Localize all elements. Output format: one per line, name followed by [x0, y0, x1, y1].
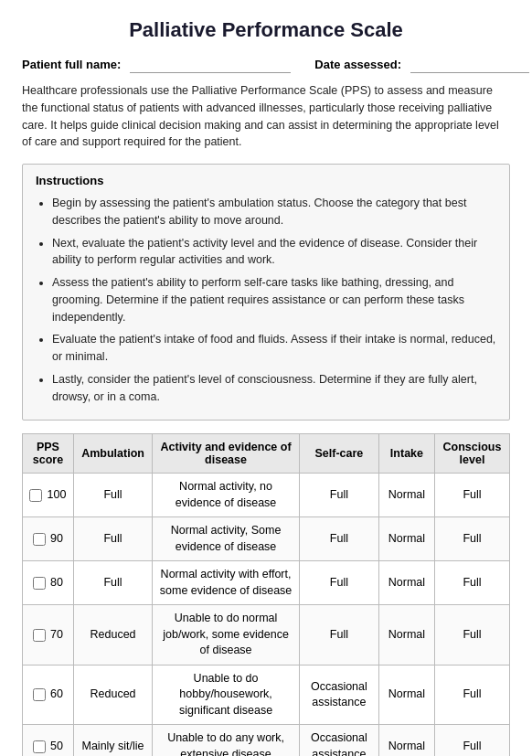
instructions-box: Instructions Begin by assessing the pati… [22, 164, 510, 421]
score-number-1: 90 [50, 531, 63, 548]
score-number-5: 50 [50, 739, 63, 755]
score-checkbox-3[interactable] [33, 629, 46, 642]
cell-ambulation-3: Reduced [73, 605, 152, 665]
score-checkbox-1[interactable] [33, 533, 46, 546]
instruction-item-4: Lastly, consider the patient's level of … [52, 371, 496, 406]
cell-ambulation-1: Full [73, 517, 152, 561]
cell-intake-4: Normal [378, 665, 434, 725]
cell-selfcare-5: Occasional assistance [299, 725, 378, 756]
col-header-1: Ambulation [73, 434, 152, 474]
cell-activity-3: Unable to do normal job/work, some evide… [153, 605, 300, 665]
cell-conscious-3: Full [434, 605, 509, 665]
col-header-4: Intake [378, 434, 434, 474]
score-checkbox-5[interactable] [33, 740, 46, 753]
cell-ambulation-2: Full [73, 561, 152, 605]
cell-ambulation-4: Reduced [73, 665, 152, 725]
instruction-item-0: Begin by assessing the patient's ambulat… [52, 195, 496, 229]
cell-conscious-0: Full [434, 474, 509, 517]
score-cell-1: 90 [23, 517, 74, 561]
cell-intake-0: Normal [378, 474, 434, 517]
instruction-item-3: Evaluate the patient's intake of food an… [52, 331, 496, 366]
cell-activity-5: Unable to do any work, extensive disease [153, 725, 300, 756]
score-cell-5: 50 [23, 725, 74, 756]
score-checkbox-2[interactable] [33, 577, 46, 590]
patient-info-row: Patient full name: Date assessed: [22, 55, 510, 73]
page-title: Palliative Performance Scale [22, 18, 510, 42]
col-header-5: Conscious level [434, 434, 509, 474]
score-checkbox-4[interactable] [33, 688, 46, 701]
score-number-3: 70 [50, 627, 63, 644]
table-body: 100FullNormal activity, no evidence of d… [23, 474, 510, 756]
cell-ambulation-5: Mainly sit/lie [73, 725, 152, 756]
col-header-0: PPS score [23, 434, 74, 474]
cell-activity-1: Normal activity, Some evidence of diseas… [153, 517, 300, 561]
date-input[interactable] [410, 55, 529, 73]
score-cell-4: 60 [23, 665, 74, 725]
table-row: 50Mainly sit/lieUnable to do any work, e… [23, 725, 510, 756]
table-row: 60ReducedUnable to do hobby/housework, s… [23, 665, 510, 725]
cell-selfcare-4: Occasional assistance [299, 665, 378, 725]
table-row: 70ReducedUnable to do normal job/work, s… [23, 605, 510, 665]
instruction-item-2: Assess the patient's ability to perform … [52, 274, 496, 325]
score-cell-0: 100 [23, 474, 74, 517]
col-header-3: Self-care [299, 434, 378, 474]
table-row: 80FullNormal activity with effort, some … [23, 561, 510, 605]
cell-intake-5: Normal [378, 725, 434, 756]
instruction-item-1: Next, evaluate the patient's activity le… [52, 235, 496, 270]
patient-name-label: Patient full name: [22, 58, 121, 71]
date-label: Date assessed: [314, 58, 401, 71]
cell-selfcare-0: Full [299, 474, 378, 517]
score-checkbox-0[interactable] [29, 489, 42, 502]
table-row: 100FullNormal activity, no evidence of d… [23, 474, 510, 517]
cell-activity-2: Normal activity with effort, some eviden… [153, 561, 300, 605]
score-number-4: 60 [50, 687, 63, 703]
score-number-2: 80 [50, 575, 63, 591]
cell-conscious-4: Full [434, 665, 509, 725]
pps-table: PPS scoreAmbulationActivity and evidence… [22, 433, 510, 756]
score-cell-2: 80 [23, 561, 74, 605]
cell-activity-4: Unable to do hobby/housework, significan… [153, 665, 300, 725]
score-number-0: 100 [47, 487, 66, 504]
cell-conscious-2: Full [434, 561, 509, 605]
cell-activity-0: Normal activity, no evidence of disease [153, 474, 300, 517]
table-header-row: PPS scoreAmbulationActivity and evidence… [23, 434, 510, 474]
instructions-title: Instructions [36, 174, 496, 187]
cell-intake-2: Normal [378, 561, 434, 605]
col-header-2: Activity and evidence of disease [153, 434, 300, 474]
table-row: 90FullNormal activity, Some evidence of … [23, 517, 510, 561]
date-group: Date assessed: [314, 55, 529, 73]
cell-ambulation-0: Full [73, 474, 152, 517]
cell-selfcare-3: Full [299, 605, 378, 665]
cell-intake-1: Normal [378, 517, 434, 561]
cell-conscious-1: Full [434, 517, 509, 561]
score-cell-3: 70 [23, 605, 74, 665]
patient-name-input[interactable] [130, 55, 291, 73]
cell-selfcare-2: Full [299, 561, 378, 605]
cell-conscious-5: Full [434, 725, 509, 756]
description-text: Healthcare professionals use the Palliat… [22, 82, 510, 151]
instructions-list: Begin by assessing the patient's ambulat… [36, 195, 496, 405]
cell-intake-3: Normal [378, 605, 434, 665]
cell-selfcare-1: Full [299, 517, 378, 561]
